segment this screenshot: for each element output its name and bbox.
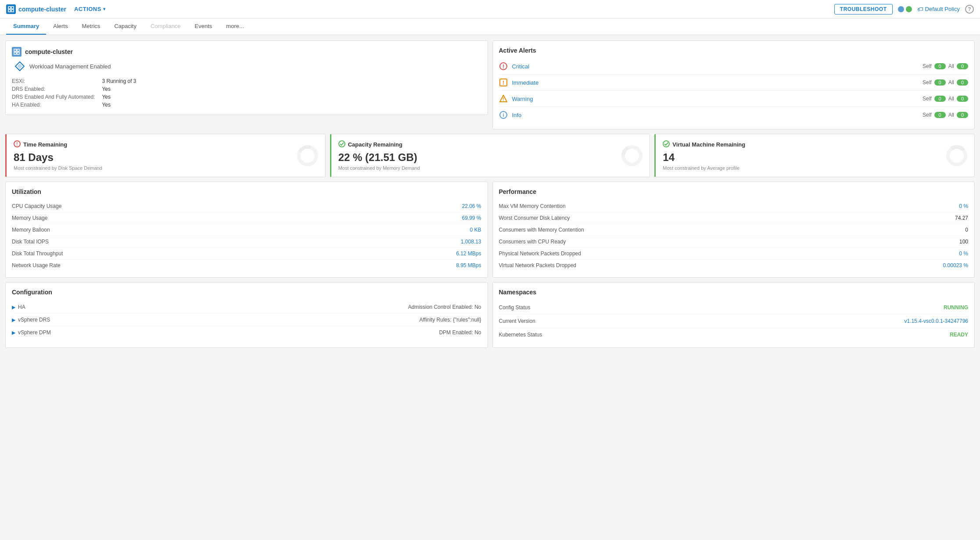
perf-row-disk-latency: Worst Consumer Disk Latency 74.27 bbox=[499, 212, 969, 224]
vm-remaining-chart bbox=[945, 144, 968, 167]
perf-row-virt-net: Virtual Network Packets Dropped 0.00023 … bbox=[499, 260, 969, 271]
help-icon[interactable]: ? bbox=[965, 5, 974, 14]
tab-summary[interactable]: Summary bbox=[6, 18, 46, 35]
alert-row-info: i Info Self 0 All 0 bbox=[499, 107, 969, 123]
ns-k8s-status-value: READY bbox=[950, 332, 968, 338]
config-drs-left[interactable]: ▶ vSphere DRS bbox=[12, 317, 50, 323]
util-row-balloon: Memory Balloon 0 KB bbox=[12, 224, 481, 236]
critical-icon: ! bbox=[499, 62, 508, 71]
config-drs-arrow-icon: ▶ bbox=[12, 317, 15, 323]
util-perf-row: Utilization CPU Capacity Usage 22.06 % M… bbox=[5, 182, 975, 278]
svg-point-22 bbox=[339, 141, 345, 147]
svg-rect-3 bbox=[11, 10, 14, 12]
time-remaining-chart bbox=[296, 144, 319, 167]
config-dpm: ▶ vSphere DPM DPM Enabled: No bbox=[12, 326, 481, 339]
cluster-grid-icon bbox=[12, 47, 22, 57]
tab-capacity[interactable]: Capacity bbox=[107, 18, 144, 35]
cluster-header: compute-cluster bbox=[12, 47, 481, 57]
time-remaining-icon: ! bbox=[14, 140, 21, 149]
config-dpm-left[interactable]: ▶ vSphere DPM bbox=[12, 329, 51, 336]
active-alerts-section: Active Alerts ! Critical Self 0 All 0 bbox=[492, 40, 975, 129]
info-icon: i bbox=[499, 111, 508, 119]
svg-rect-5 bbox=[17, 49, 19, 51]
perf-row-consumers-cpu: Consumers with CPU Ready 100 bbox=[499, 236, 969, 248]
namespaces-card: Namespaces Config Status RUNNING Current… bbox=[492, 282, 975, 348]
config-drs-right: Affinity Rules: {"rules":null} bbox=[419, 317, 481, 323]
logo-icon bbox=[6, 4, 16, 14]
esxi-label: ESXi: bbox=[12, 78, 95, 85]
ns-config-status: Config Status RUNNING bbox=[499, 301, 969, 315]
top-bar: compute-cluster ACTIONS ▾ TROUBLESHOOT 🏷… bbox=[0, 0, 980, 18]
actions-label: ACTIONS bbox=[74, 6, 101, 12]
configuration-card: Configuration ▶ HA Admission Control Ena… bbox=[5, 282, 488, 348]
config-ha: ▶ HA Admission Control Enabled: No bbox=[12, 301, 481, 314]
actions-button[interactable]: ACTIONS ▾ bbox=[74, 6, 106, 12]
capacity-remaining-subtitle: Most constrained by Memory Demand bbox=[338, 165, 644, 171]
drs-auto-label: DRS Enabled And Fully Automated: bbox=[12, 93, 95, 100]
svg-rect-0 bbox=[8, 7, 11, 9]
vm-remaining-header: Virtual Machine Remaining bbox=[663, 140, 968, 149]
util-row-throughput: Disk Total Throughput 6.12 MBps bbox=[12, 248, 481, 260]
perf-row-phys-net: Physical Network Packets Dropped 0 % bbox=[499, 248, 969, 260]
performance-card: Performance Max VM Memory Contention 0 %… bbox=[492, 182, 975, 278]
svg-rect-2 bbox=[8, 10, 11, 12]
info-self-count: 0 bbox=[934, 112, 946, 118]
time-remaining-value: 81 Days bbox=[14, 151, 319, 164]
tab-compliance: Compliance bbox=[144, 18, 188, 35]
alert-row-warning: ! Warning Self 0 All 0 bbox=[499, 91, 969, 107]
svg-rect-7 bbox=[17, 52, 19, 54]
policy-link[interactable]: 🏷 Default Policy bbox=[917, 6, 960, 13]
critical-link[interactable]: Critical bbox=[512, 63, 923, 70]
warning-icon: ! bbox=[499, 94, 508, 103]
workload-label: Workload Management Enabled bbox=[29, 63, 111, 70]
vm-remaining-title: Virtual Machine Remaining bbox=[672, 141, 745, 148]
time-remaining-subtitle: Most constrained by Disk Space Demand bbox=[14, 165, 319, 171]
workload-row: Workload Management Enabled bbox=[12, 60, 481, 72]
policy-icon: 🏷 bbox=[917, 6, 923, 13]
ha-enabled-label: HA Enabled: bbox=[12, 101, 95, 108]
immediate-link[interactable]: Immediate bbox=[512, 79, 923, 86]
tab-metrics[interactable]: Metrics bbox=[75, 18, 107, 35]
vm-remaining-subtitle: Most constrained by Average profile bbox=[663, 165, 968, 171]
tab-more[interactable]: more... bbox=[219, 18, 251, 35]
config-dpm-right: DPM Enabled: No bbox=[439, 329, 481, 336]
status-indicators bbox=[898, 6, 912, 12]
alert-row-critical: ! Critical Self 0 All 0 bbox=[499, 58, 969, 75]
config-dpm-label: vSphere DPM bbox=[18, 329, 51, 336]
svg-text:!: ! bbox=[16, 142, 18, 147]
info-link[interactable]: Info bbox=[512, 112, 923, 118]
drs-enabled-value: Yes bbox=[102, 86, 481, 93]
utilization-card: Utilization CPU Capacity Usage 22.06 % M… bbox=[5, 182, 488, 278]
cluster-name-label: compute-cluster bbox=[18, 6, 66, 13]
troubleshoot-button[interactable]: TROUBLESHOOT bbox=[834, 4, 893, 14]
main-content: compute-cluster Workload Management Enab… bbox=[0, 35, 980, 353]
esxi-value: 3 Running of 3 bbox=[102, 78, 481, 85]
tab-alerts[interactable]: Alerts bbox=[46, 18, 75, 35]
svg-text:i: i bbox=[503, 112, 504, 118]
tab-events[interactable]: Events bbox=[188, 18, 219, 35]
drs-auto-value: Yes bbox=[102, 93, 481, 100]
info-all-count: 0 bbox=[957, 112, 968, 118]
config-ns-row: Configuration ▶ HA Admission Control Ena… bbox=[5, 282, 975, 348]
warning-link[interactable]: Warning bbox=[512, 96, 923, 102]
util-row-mem: Memory Usage 69.99 % bbox=[12, 212, 481, 224]
utilization-title: Utilization bbox=[12, 188, 481, 195]
ns-current-version: Current Version v1.15.4-vsc0.0.1-3424779… bbox=[499, 315, 969, 328]
critical-all-count: 0 bbox=[957, 63, 968, 69]
vm-remaining-value: 14 bbox=[663, 151, 968, 164]
ns-k8s-status: Kubernetes Status READY bbox=[499, 328, 969, 341]
warning-self-count: 0 bbox=[934, 96, 946, 102]
status-dot-green bbox=[906, 6, 912, 12]
performance-title: Performance bbox=[499, 188, 969, 195]
warning-all-count: 0 bbox=[957, 96, 968, 102]
cluster-info-section: compute-cluster Workload Management Enab… bbox=[5, 40, 488, 129]
svg-rect-4 bbox=[14, 49, 16, 51]
config-dpm-arrow-icon: ▶ bbox=[12, 330, 15, 336]
svg-text:!: ! bbox=[503, 64, 504, 70]
svg-text:!: ! bbox=[503, 97, 504, 102]
config-ha-left[interactable]: ▶ HA bbox=[12, 304, 25, 310]
chevron-down-icon: ▾ bbox=[103, 7, 106, 11]
status-dot-blue bbox=[898, 6, 904, 12]
immediate-badges: Self 0 All 0 bbox=[923, 79, 968, 86]
alert-row-immediate: ! Immediate Self 0 All 0 bbox=[499, 75, 969, 91]
